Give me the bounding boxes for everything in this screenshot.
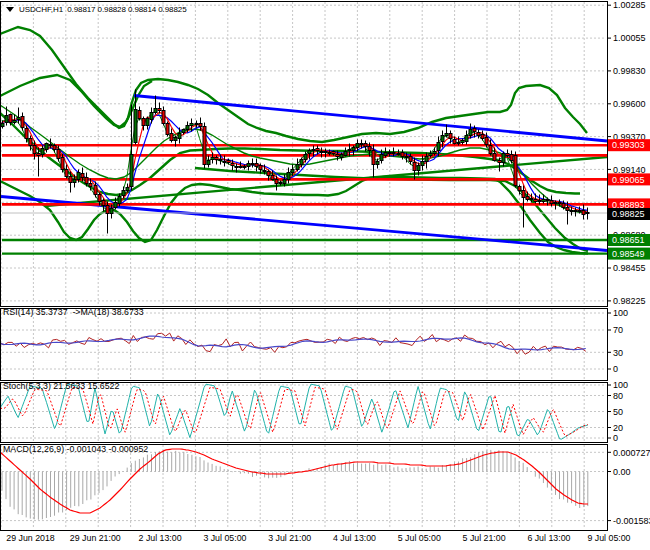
svg-text:0: 0 <box>613 433 618 443</box>
svg-text:100: 100 <box>613 380 628 390</box>
svg-text:0.98549: 0.98549 <box>612 249 645 259</box>
svg-text:0.99140: 0.99140 <box>613 165 646 175</box>
svg-text:4 Jul 13:00: 4 Jul 13:00 <box>333 533 376 543</box>
svg-text:USDCHF,H1 0.98817 0.98828 0.9: USDCHF,H1 0.98817 0.98828 0.98814 0.9882… <box>19 5 187 14</box>
svg-text:9 Jul 05:00: 9 Jul 05:00 <box>587 533 630 543</box>
svg-text:0.98825: 0.98825 <box>612 209 645 219</box>
svg-text:5 Jul 21:00: 5 Jul 21:00 <box>463 533 506 543</box>
svg-text:30: 30 <box>613 348 623 358</box>
svg-text:-0.001583: -0.001583 <box>613 516 650 526</box>
svg-text:2 Jul 13:00: 2 Jul 13:00 <box>139 533 182 543</box>
svg-text:0.00: 0.00 <box>613 467 631 477</box>
svg-text:100: 100 <box>613 308 628 318</box>
svg-text:0.98651: 0.98651 <box>612 235 645 245</box>
svg-text:80: 80 <box>613 391 623 401</box>
svg-text:0.99065: 0.99065 <box>612 175 645 185</box>
svg-text:3 Jul 21:00: 3 Jul 21:00 <box>268 533 311 543</box>
svg-text:0.000727: 0.000727 <box>613 448 650 458</box>
svg-text:70: 70 <box>613 325 623 335</box>
svg-text:1.00285: 1.00285 <box>613 0 646 10</box>
svg-text:6 Jul 13:00: 6 Jul 13:00 <box>527 533 570 543</box>
svg-text:5 Jul 05:00: 5 Jul 05:00 <box>398 533 441 543</box>
svg-text:0.99830: 0.99830 <box>613 66 646 76</box>
svg-text:20: 20 <box>613 423 623 433</box>
svg-text:29 Jun 21:00: 29 Jun 21:00 <box>70 533 121 543</box>
svg-text:0.99303: 0.99303 <box>612 140 645 150</box>
svg-text:3 Jul 05:00: 3 Jul 05:00 <box>203 533 246 543</box>
svg-text:1.00055: 1.00055 <box>613 33 646 43</box>
svg-text:0.98225: 0.98225 <box>613 296 646 306</box>
svg-text:50: 50 <box>613 407 623 417</box>
svg-text:29 Jun 2018: 29 Jun 2018 <box>6 533 55 543</box>
svg-text:MACD(12,26,9) -0.001043 -0.000: MACD(12,26,9) -0.001043 -0.000952 <box>3 444 148 454</box>
svg-text:0.98455: 0.98455 <box>613 263 646 273</box>
svg-text:0.99600: 0.99600 <box>613 99 646 109</box>
svg-text:0: 0 <box>613 364 618 374</box>
